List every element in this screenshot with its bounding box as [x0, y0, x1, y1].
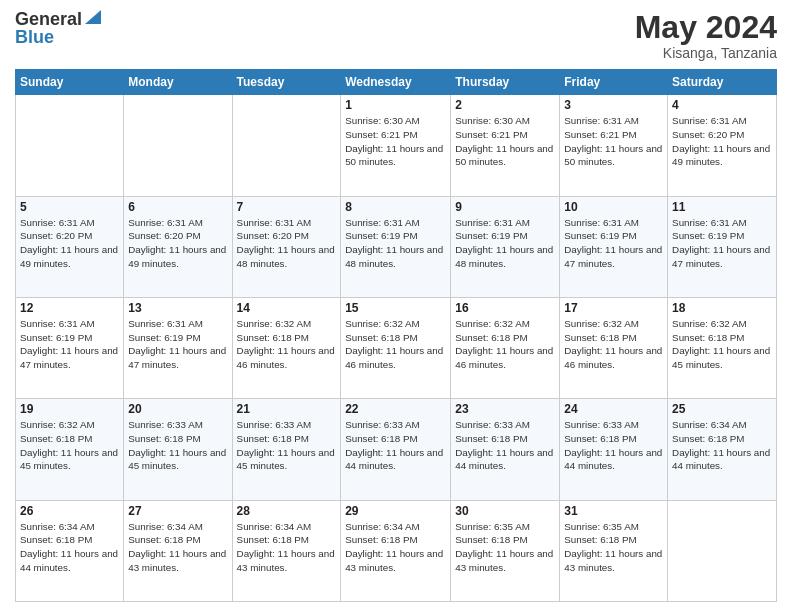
weekday-header-wednesday: Wednesday	[341, 70, 451, 95]
day-number: 19	[20, 402, 119, 416]
calendar-cell: 6Sunrise: 6:31 AM Sunset: 6:20 PM Daylig…	[124, 196, 232, 297]
day-number: 2	[455, 98, 555, 112]
calendar-cell: 2Sunrise: 6:30 AM Sunset: 6:21 PM Daylig…	[451, 95, 560, 196]
day-info: Sunrise: 6:31 AM Sunset: 6:20 PM Dayligh…	[20, 216, 119, 271]
day-info: Sunrise: 6:32 AM Sunset: 6:18 PM Dayligh…	[20, 418, 119, 473]
calendar-cell: 22Sunrise: 6:33 AM Sunset: 6:18 PM Dayli…	[341, 399, 451, 500]
calendar-cell: 15Sunrise: 6:32 AM Sunset: 6:18 PM Dayli…	[341, 297, 451, 398]
day-number: 24	[564, 402, 663, 416]
calendar-cell: 30Sunrise: 6:35 AM Sunset: 6:18 PM Dayli…	[451, 500, 560, 601]
weekday-header-tuesday: Tuesday	[232, 70, 341, 95]
day-info: Sunrise: 6:35 AM Sunset: 6:18 PM Dayligh…	[564, 520, 663, 575]
day-info: Sunrise: 6:31 AM Sunset: 6:21 PM Dayligh…	[564, 114, 663, 169]
calendar-cell	[124, 95, 232, 196]
calendar-cell: 18Sunrise: 6:32 AM Sunset: 6:18 PM Dayli…	[668, 297, 777, 398]
day-number: 17	[564, 301, 663, 315]
week-row-1: 1Sunrise: 6:30 AM Sunset: 6:21 PM Daylig…	[16, 95, 777, 196]
day-info: Sunrise: 6:34 AM Sunset: 6:18 PM Dayligh…	[237, 520, 337, 575]
svg-marker-0	[85, 10, 101, 24]
calendar-cell: 3Sunrise: 6:31 AM Sunset: 6:21 PM Daylig…	[560, 95, 668, 196]
day-number: 13	[128, 301, 227, 315]
day-number: 18	[672, 301, 772, 315]
day-number: 23	[455, 402, 555, 416]
calendar-cell: 1Sunrise: 6:30 AM Sunset: 6:21 PM Daylig…	[341, 95, 451, 196]
day-number: 14	[237, 301, 337, 315]
day-info: Sunrise: 6:34 AM Sunset: 6:18 PM Dayligh…	[672, 418, 772, 473]
calendar-cell: 21Sunrise: 6:33 AM Sunset: 6:18 PM Dayli…	[232, 399, 341, 500]
header: General Blue May 2024 Kisanga, Tanzania	[15, 10, 777, 61]
day-info: Sunrise: 6:33 AM Sunset: 6:18 PM Dayligh…	[128, 418, 227, 473]
day-info: Sunrise: 6:33 AM Sunset: 6:18 PM Dayligh…	[455, 418, 555, 473]
day-number: 20	[128, 402, 227, 416]
day-number: 1	[345, 98, 446, 112]
weekday-header-sunday: Sunday	[16, 70, 124, 95]
day-number: 16	[455, 301, 555, 315]
day-number: 5	[20, 200, 119, 214]
logo-general-text: General	[15, 10, 82, 28]
weekday-header-monday: Monday	[124, 70, 232, 95]
weekday-header-friday: Friday	[560, 70, 668, 95]
day-info: Sunrise: 6:33 AM Sunset: 6:18 PM Dayligh…	[564, 418, 663, 473]
calendar-cell: 9Sunrise: 6:31 AM Sunset: 6:19 PM Daylig…	[451, 196, 560, 297]
calendar-cell: 12Sunrise: 6:31 AM Sunset: 6:19 PM Dayli…	[16, 297, 124, 398]
logo: General Blue	[15, 10, 101, 47]
day-number: 30	[455, 504, 555, 518]
day-info: Sunrise: 6:31 AM Sunset: 6:19 PM Dayligh…	[672, 216, 772, 271]
calendar-cell: 19Sunrise: 6:32 AM Sunset: 6:18 PM Dayli…	[16, 399, 124, 500]
day-info: Sunrise: 6:31 AM Sunset: 6:19 PM Dayligh…	[455, 216, 555, 271]
day-number: 28	[237, 504, 337, 518]
day-info: Sunrise: 6:31 AM Sunset: 6:20 PM Dayligh…	[128, 216, 227, 271]
week-row-4: 19Sunrise: 6:32 AM Sunset: 6:18 PM Dayli…	[16, 399, 777, 500]
calendar-cell: 28Sunrise: 6:34 AM Sunset: 6:18 PM Dayli…	[232, 500, 341, 601]
day-info: Sunrise: 6:32 AM Sunset: 6:18 PM Dayligh…	[564, 317, 663, 372]
location: Kisanga, Tanzania	[635, 45, 777, 61]
weekday-header-row: SundayMondayTuesdayWednesdayThursdayFrid…	[16, 70, 777, 95]
day-number: 25	[672, 402, 772, 416]
day-number: 12	[20, 301, 119, 315]
day-number: 15	[345, 301, 446, 315]
calendar-cell: 10Sunrise: 6:31 AM Sunset: 6:19 PM Dayli…	[560, 196, 668, 297]
day-number: 21	[237, 402, 337, 416]
day-info: Sunrise: 6:30 AM Sunset: 6:21 PM Dayligh…	[345, 114, 446, 169]
day-info: Sunrise: 6:34 AM Sunset: 6:18 PM Dayligh…	[128, 520, 227, 575]
calendar-cell: 29Sunrise: 6:34 AM Sunset: 6:18 PM Dayli…	[341, 500, 451, 601]
calendar-cell: 4Sunrise: 6:31 AM Sunset: 6:20 PM Daylig…	[668, 95, 777, 196]
day-number: 26	[20, 504, 119, 518]
calendar-cell: 16Sunrise: 6:32 AM Sunset: 6:18 PM Dayli…	[451, 297, 560, 398]
day-info: Sunrise: 6:31 AM Sunset: 6:19 PM Dayligh…	[345, 216, 446, 271]
day-number: 3	[564, 98, 663, 112]
day-info: Sunrise: 6:31 AM Sunset: 6:19 PM Dayligh…	[128, 317, 227, 372]
logo-blue-text: Blue	[15, 27, 54, 47]
week-row-2: 5Sunrise: 6:31 AM Sunset: 6:20 PM Daylig…	[16, 196, 777, 297]
calendar-cell: 27Sunrise: 6:34 AM Sunset: 6:18 PM Dayli…	[124, 500, 232, 601]
day-number: 31	[564, 504, 663, 518]
page: General Blue May 2024 Kisanga, Tanzania …	[0, 0, 792, 612]
calendar-cell: 17Sunrise: 6:32 AM Sunset: 6:18 PM Dayli…	[560, 297, 668, 398]
calendar-cell: 31Sunrise: 6:35 AM Sunset: 6:18 PM Dayli…	[560, 500, 668, 601]
day-info: Sunrise: 6:32 AM Sunset: 6:18 PM Dayligh…	[237, 317, 337, 372]
calendar-cell	[668, 500, 777, 601]
day-number: 4	[672, 98, 772, 112]
calendar-cell: 25Sunrise: 6:34 AM Sunset: 6:18 PM Dayli…	[668, 399, 777, 500]
day-number: 8	[345, 200, 446, 214]
week-row-3: 12Sunrise: 6:31 AM Sunset: 6:19 PM Dayli…	[16, 297, 777, 398]
day-number: 7	[237, 200, 337, 214]
day-info: Sunrise: 6:33 AM Sunset: 6:18 PM Dayligh…	[345, 418, 446, 473]
logo-triangle-icon	[85, 10, 101, 24]
day-info: Sunrise: 6:31 AM Sunset: 6:20 PM Dayligh…	[237, 216, 337, 271]
day-info: Sunrise: 6:31 AM Sunset: 6:19 PM Dayligh…	[20, 317, 119, 372]
day-info: Sunrise: 6:32 AM Sunset: 6:18 PM Dayligh…	[455, 317, 555, 372]
calendar-cell: 24Sunrise: 6:33 AM Sunset: 6:18 PM Dayli…	[560, 399, 668, 500]
calendar-cell	[232, 95, 341, 196]
day-number: 29	[345, 504, 446, 518]
month-title: May 2024	[635, 10, 777, 45]
day-info: Sunrise: 6:34 AM Sunset: 6:18 PM Dayligh…	[345, 520, 446, 575]
day-number: 10	[564, 200, 663, 214]
calendar-table: SundayMondayTuesdayWednesdayThursdayFrid…	[15, 69, 777, 602]
weekday-header-thursday: Thursday	[451, 70, 560, 95]
calendar-cell: 14Sunrise: 6:32 AM Sunset: 6:18 PM Dayli…	[232, 297, 341, 398]
day-info: Sunrise: 6:32 AM Sunset: 6:18 PM Dayligh…	[345, 317, 446, 372]
calendar-cell: 5Sunrise: 6:31 AM Sunset: 6:20 PM Daylig…	[16, 196, 124, 297]
week-row-5: 26Sunrise: 6:34 AM Sunset: 6:18 PM Dayli…	[16, 500, 777, 601]
day-number: 27	[128, 504, 227, 518]
